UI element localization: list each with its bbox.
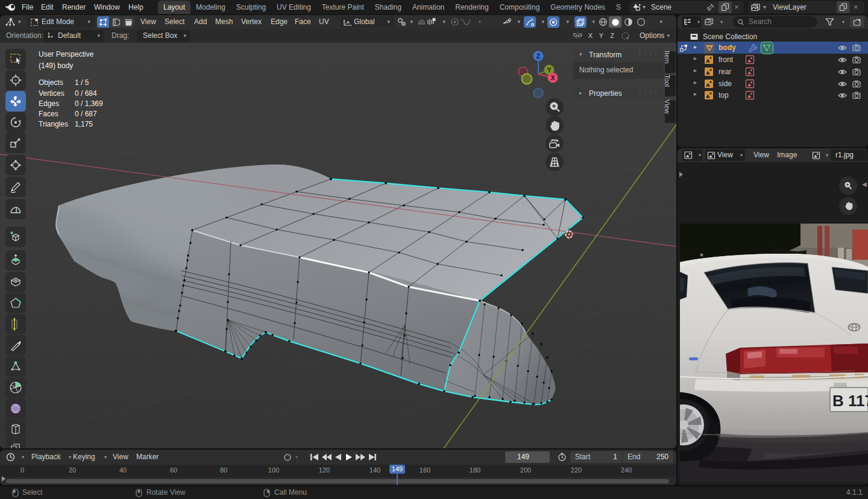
svg-text:Z: Z [536,53,540,60]
svg-text:X: X [551,75,555,81]
svg-text:Y: Y [547,67,552,74]
